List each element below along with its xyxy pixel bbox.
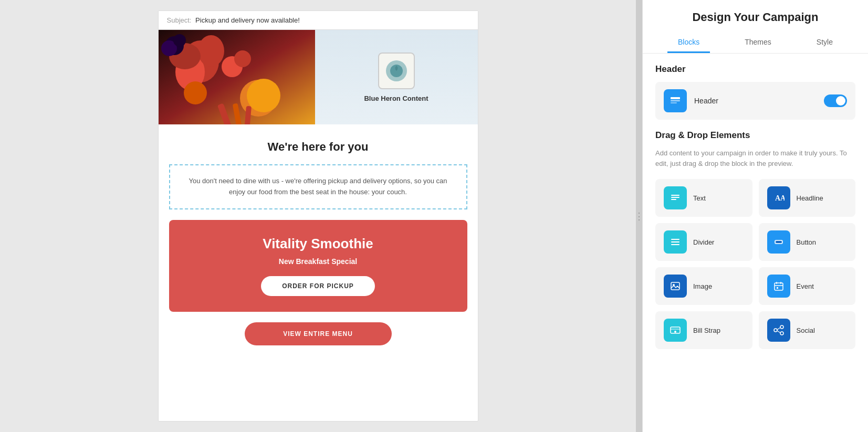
email-hero: Blue Heron Content (159, 30, 478, 124)
svg-rect-23 (671, 197, 679, 198)
design-panel-content: Header Header Drag & Drop Elements Add c… (643, 54, 868, 432)
text-icon (664, 186, 687, 209)
svg-rect-28 (671, 244, 679, 245)
tab-style[interactable]: Style (806, 33, 843, 53)
element-social[interactable]: Social (759, 311, 856, 349)
element-image-label: Image (693, 282, 712, 290)
element-headline-label: Headline (797, 194, 823, 202)
element-social-label: Social (797, 326, 815, 334)
divider-icon (664, 230, 687, 254)
element-text[interactable]: Text (655, 179, 752, 217)
email-body-text: You don't need to dine with us - we're o… (181, 176, 456, 198)
element-divider[interactable]: Divider (655, 223, 752, 261)
subject-value: Pickup and delivery now available! (195, 16, 300, 24)
svg-point-16 (184, 81, 207, 104)
subject-label: Subject: (167, 16, 192, 24)
header-block: Header (655, 82, 855, 120)
tab-themes[interactable]: Themes (734, 33, 782, 53)
element-button[interactable]: Button (759, 223, 856, 261)
svg-point-42 (780, 325, 783, 329)
svg-rect-20 (671, 100, 680, 101)
svg-line-45 (777, 331, 780, 333)
panel-divider[interactable] (636, 0, 642, 432)
header-section-title: Header (655, 64, 855, 75)
bill-icon (664, 319, 687, 342)
svg-rect-30 (776, 241, 782, 243)
svg-rect-21 (671, 102, 677, 103)
svg-rect-19 (671, 97, 680, 99)
svg-point-10 (247, 79, 280, 112)
main-cta-button[interactable]: VIEW ENTIRE MENU (245, 322, 392, 345)
drag-drop-description: Add content to your campaign in order to… (655, 148, 855, 168)
brand-name: Blue Heron Content (364, 94, 428, 102)
element-event[interactable]: Event (759, 267, 856, 305)
social-icon (767, 319, 790, 342)
email-text-block: You don't need to dine with us - we're o… (169, 164, 467, 209)
element-bill-strap[interactable]: Bill Strap (655, 311, 752, 349)
svg-line-44 (777, 328, 780, 330)
element-headline[interactable]: AA Headline (759, 179, 856, 217)
brand-logo (378, 52, 415, 89)
promo-subtitle: New Breakfast Special (180, 257, 457, 266)
element-event-label: Event (797, 282, 814, 290)
element-button-label: Button (797, 238, 817, 246)
svg-point-15 (234, 50, 251, 67)
design-panel-title: Design Your Campaign (655, 10, 855, 24)
design-panel: Design Your Campaign Blocks Themes Style… (642, 0, 868, 432)
header-block-label: Header (694, 97, 824, 105)
elements-grid: Text AA Headline (655, 179, 855, 349)
email-headline: We're here for you (169, 140, 467, 154)
drag-drop-section: Drag & Drop Elements Add content to your… (655, 130, 855, 349)
element-bill-strap-label: Bill Strap (693, 326, 720, 334)
headline-icon: AA (767, 186, 790, 209)
svg-rect-22 (671, 195, 679, 196)
svg-point-4 (198, 35, 224, 67)
svg-point-41 (774, 329, 777, 332)
svg-text:AA: AA (775, 194, 785, 202)
drag-drop-title: Drag & Drop Elements (655, 130, 855, 141)
email-promo-card: Vitality Smoothie New Breakfast Special … (169, 220, 467, 312)
svg-point-43 (780, 332, 783, 335)
svg-rect-33 (775, 283, 783, 290)
hero-right: Blue Heron Content (315, 30, 478, 124)
design-panel-header: Design Your Campaign Blocks Themes Style (643, 0, 868, 54)
element-text-label: Text (693, 194, 706, 202)
email-container: Subject: Pickup and delivery now availab… (158, 10, 478, 422)
tab-blocks[interactable]: Blocks (667, 33, 710, 53)
email-preview-panel: Subject: Pickup and delivery now availab… (0, 0, 636, 432)
image-icon (664, 275, 687, 298)
promo-title: Vitality Smoothie (180, 236, 457, 252)
email-body: We're here for you You don't need to din… (159, 124, 478, 361)
svg-rect-37 (777, 287, 778, 289)
svg-point-40 (674, 331, 676, 333)
design-tabs: Blocks Themes Style (655, 33, 855, 53)
email-subject-bar: Subject: Pickup and delivery now availab… (159, 11, 478, 30)
svg-rect-27 (671, 241, 679, 243)
header-block-icon (664, 89, 687, 112)
svg-rect-24 (671, 199, 676, 200)
header-toggle[interactable] (824, 94, 847, 107)
svg-rect-26 (671, 239, 679, 240)
svg-point-8 (173, 34, 186, 47)
svg-rect-31 (671, 282, 679, 290)
button-icon (767, 230, 790, 254)
element-image[interactable]: Image (655, 267, 752, 305)
promo-cta-button[interactable]: ORDER FOR PICKUP (261, 276, 375, 296)
element-divider-label: Divider (693, 238, 714, 246)
event-icon (767, 275, 790, 298)
